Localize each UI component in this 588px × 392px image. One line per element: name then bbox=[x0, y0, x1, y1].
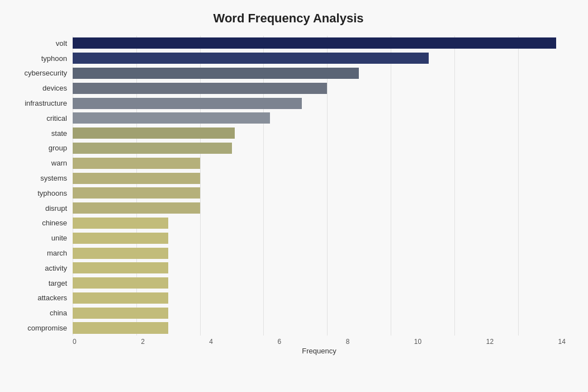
bar-track-wrapper bbox=[73, 66, 566, 81]
bar-label: unite bbox=[11, 234, 73, 242]
bar-row: critical bbox=[11, 111, 566, 126]
bar-track-wrapper bbox=[73, 141, 566, 156]
bar-fill bbox=[73, 308, 168, 319]
bar-label: volt bbox=[11, 39, 73, 48]
bar-label: china bbox=[11, 309, 73, 317]
bar-row: china bbox=[11, 305, 566, 320]
bar-row: march bbox=[11, 245, 566, 261]
bar-track bbox=[73, 218, 566, 229]
x-tick: 14 bbox=[558, 338, 566, 346]
bar-row: chinese bbox=[11, 216, 566, 231]
bar-track bbox=[73, 158, 566, 169]
bar-track-wrapper bbox=[73, 245, 566, 261]
bar-fill bbox=[73, 248, 168, 259]
bar-track bbox=[73, 248, 566, 259]
bar-fill bbox=[73, 277, 168, 289]
bar-fill bbox=[73, 187, 200, 199]
bar-fill bbox=[73, 112, 270, 124]
bar-label: state bbox=[11, 129, 73, 138]
x-tick: 10 bbox=[414, 338, 421, 346]
bar-label: critical bbox=[11, 114, 73, 122]
chart-title: Word Frequency Analysis bbox=[11, 11, 566, 26]
bar-track-wrapper bbox=[73, 36, 566, 51]
bar-row: devices bbox=[11, 81, 566, 96]
x-tick: 2 bbox=[141, 338, 145, 346]
bar-track bbox=[73, 68, 566, 79]
x-tick: 12 bbox=[486, 338, 494, 346]
bar-row: group bbox=[11, 141, 566, 156]
bar-track bbox=[73, 322, 566, 333]
bar-row: state bbox=[11, 126, 566, 141]
bar-row: attackers bbox=[11, 291, 566, 306]
bar-fill bbox=[73, 218, 168, 229]
bar-label: systems bbox=[11, 174, 73, 182]
bar-track bbox=[73, 143, 566, 154]
bar-track bbox=[73, 98, 566, 109]
bar-fill bbox=[73, 143, 232, 154]
bar-label: typhoons bbox=[11, 189, 73, 197]
bar-track bbox=[73, 187, 566, 199]
bar-label: attackers bbox=[11, 294, 73, 302]
bar-track-wrapper bbox=[73, 305, 566, 320]
bar-track bbox=[73, 112, 566, 124]
bar-track-wrapper bbox=[73, 201, 566, 216]
bar-label: target bbox=[11, 279, 73, 287]
bar-fill bbox=[73, 292, 168, 304]
bar-fill bbox=[73, 68, 359, 79]
bar-track bbox=[73, 308, 566, 319]
bar-label: compromise bbox=[11, 324, 73, 332]
bar-label: cybersecurity bbox=[11, 69, 73, 77]
bar-fill bbox=[73, 202, 200, 214]
bar-track bbox=[73, 202, 566, 214]
bar-track-wrapper bbox=[73, 111, 566, 126]
bar-fill bbox=[73, 262, 168, 273]
bar-track bbox=[73, 37, 566, 49]
bar-row: systems bbox=[11, 171, 566, 186]
bar-track-wrapper bbox=[73, 96, 566, 111]
bar-row: typhoon bbox=[11, 51, 566, 66]
x-tick: 0 bbox=[73, 338, 77, 346]
bar-track-wrapper bbox=[73, 230, 566, 245]
bar-fill bbox=[73, 53, 429, 64]
bar-track bbox=[73, 83, 566, 94]
x-tick: 6 bbox=[278, 338, 282, 346]
bar-row: unite bbox=[11, 230, 566, 245]
bar-fill bbox=[73, 37, 556, 49]
bar-row: warn bbox=[11, 155, 566, 171]
bar-fill bbox=[73, 233, 168, 244]
bar-fill bbox=[73, 83, 327, 94]
bar-track-wrapper bbox=[73, 155, 566, 171]
bar-fill bbox=[73, 127, 235, 139]
bar-row: cybersecurity bbox=[11, 66, 566, 81]
bar-track-wrapper bbox=[73, 186, 566, 201]
bar-row: target bbox=[11, 276, 566, 291]
bar-track bbox=[73, 173, 566, 184]
bar-fill bbox=[73, 322, 168, 333]
x-axis-title: Frequency bbox=[11, 347, 566, 355]
bar-label: activity bbox=[11, 264, 73, 272]
chart-container: Word Frequency Analysis volttyphooncyber… bbox=[0, 0, 588, 392]
bar-track-wrapper bbox=[73, 291, 566, 306]
bar-track bbox=[73, 262, 566, 273]
bar-track-wrapper bbox=[73, 216, 566, 231]
bar-fill bbox=[73, 98, 302, 109]
bar-track bbox=[73, 127, 566, 139]
bar-label: warn bbox=[11, 159, 73, 167]
bar-label: group bbox=[11, 144, 73, 152]
bar-fill bbox=[73, 173, 200, 184]
bar-row: volt bbox=[11, 36, 566, 51]
bar-label: typhoon bbox=[11, 54, 73, 63]
bar-track bbox=[73, 277, 566, 289]
bar-track-wrapper bbox=[73, 51, 566, 66]
bar-label: march bbox=[11, 249, 73, 257]
bar-track bbox=[73, 233, 566, 244]
bar-track-wrapper bbox=[73, 276, 566, 291]
bar-label: infrastructure bbox=[11, 99, 73, 107]
bar-track bbox=[73, 292, 566, 304]
bar-track-wrapper bbox=[73, 81, 566, 96]
bar-track-wrapper bbox=[73, 261, 566, 276]
bar-row: disrupt bbox=[11, 201, 566, 216]
bar-track-wrapper bbox=[73, 126, 566, 141]
x-tick: 8 bbox=[346, 338, 350, 346]
bar-track-wrapper bbox=[73, 320, 566, 336]
